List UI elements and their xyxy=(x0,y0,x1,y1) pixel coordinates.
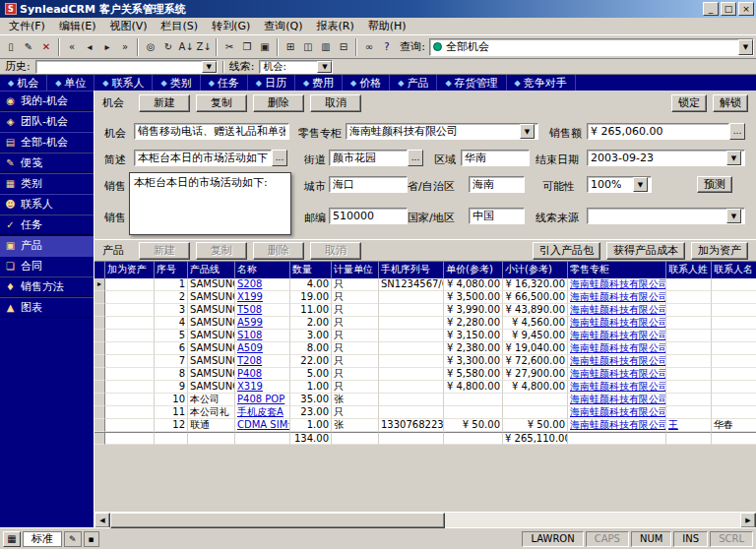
cell-link[interactable]: A599 xyxy=(237,317,263,328)
horizontal-scrollbar[interactable]: ◀ ▶ xyxy=(94,512,756,527)
column-header[interactable]: 零售专柜 xyxy=(568,262,666,278)
edit-record-icon[interactable]: ✎ xyxy=(20,37,37,57)
province-input[interactable]: 海南 xyxy=(469,176,525,193)
region-input[interactable]: 华南 xyxy=(461,150,530,166)
column-header[interactable]: 加为资产 xyxy=(105,262,155,278)
cell-link[interactable]: 海南蛙颜科技有限公司 xyxy=(570,342,666,353)
cell-link[interactable]: X319 xyxy=(237,381,263,392)
tab-tasks[interactable]: ◆任务 xyxy=(201,75,248,91)
delete-record-icon[interactable]: ✕ xyxy=(37,37,55,57)
cell-link[interactable]: 手机皮套A xyxy=(237,406,284,417)
lock-button[interactable]: 锁定 xyxy=(671,94,707,112)
forecast-button[interactable]: 预测 xyxy=(697,176,732,193)
cell-link[interactable]: S108 xyxy=(237,330,262,340)
product-cancel-button[interactable]: 取消 xyxy=(310,242,361,260)
window-split-icon[interactable]: ⊟ xyxy=(335,37,352,57)
new-record-icon[interactable]: ▯ xyxy=(2,37,20,57)
cell-link[interactable]: 海南蛙颜科技有限公司 xyxy=(570,317,666,328)
cell-link[interactable]: 海南蛙颜科技有限公司 xyxy=(570,419,666,430)
sidebar-item-team-opportunities[interactable]: ◈团队-机会 xyxy=(0,111,94,132)
street-input[interactable]: 颜市花园 xyxy=(329,150,408,166)
last-record-icon[interactable]: » xyxy=(116,37,134,57)
counter-combo[interactable]: 海南蛙颜科技有限公司 ▼ xyxy=(346,123,538,140)
cell-link[interactable]: 海南蛙颜科技有限公司 xyxy=(570,330,666,340)
sidebar-item-sales-methods[interactable]: ♦销售方法 xyxy=(0,276,94,297)
table-row[interactable]: 3SAMSUNGT50811.00只¥ 3,990.00¥ 43,890.00海… xyxy=(94,304,756,317)
cell-link[interactable]: 海南蛙颜科技有限公司 xyxy=(570,291,666,302)
zip-input[interactable]: 510000 xyxy=(329,208,408,224)
cell-link[interactable]: T508 xyxy=(237,304,262,315)
table-row[interactable]: 9SAMSUNGX3191.00只¥ 4,800.00¥ 4,800.00海南蛙… xyxy=(94,381,756,394)
form-view-icon[interactable]: ◫ xyxy=(299,37,317,57)
column-header[interactable]: 单价(参考) xyxy=(444,262,503,278)
cell-link[interactable]: S208 xyxy=(237,278,262,289)
lead-source-dropdown-button[interactable]: ▼ xyxy=(726,209,741,223)
column-header[interactable]: 产品线 xyxy=(188,262,235,278)
amount-input[interactable]: ¥ 265,060.00 xyxy=(587,123,729,140)
cell-link[interactable]: 王 xyxy=(668,419,678,430)
tab-company[interactable]: ◆单位 xyxy=(47,75,94,91)
cell-link[interactable]: X199 xyxy=(237,291,263,302)
table-row[interactable]: 10本公司P408 POP35.00张海南蛙颜科技有限公司 xyxy=(94,394,756,406)
cell-link[interactable]: 海南蛙颜科技有限公司 xyxy=(570,368,666,379)
sort-descending-icon[interactable]: Z↓ xyxy=(195,37,213,57)
view-grid-icon[interactable]: ▦ xyxy=(3,531,21,547)
country-input[interactable]: 中国 xyxy=(469,208,525,224)
cell-link[interactable]: A509 xyxy=(237,342,263,353)
column-header[interactable]: 计量单位 xyxy=(332,262,379,278)
menu-item[interactable]: 转到(G) xyxy=(205,18,257,34)
cell-link[interactable]: 海南蛙颜科技有限公司 xyxy=(570,406,666,417)
menu-item[interactable]: 栏目(S) xyxy=(155,18,206,34)
tab-contacts[interactable]: ◆联系人 xyxy=(94,75,153,91)
column-header[interactable]: 数量 xyxy=(290,262,332,278)
get-product-cost-button[interactable]: 获得产品成本 xyxy=(606,242,685,260)
scrollbar-thumb[interactable] xyxy=(110,513,445,528)
sidebar-item-categories[interactable]: ▦类别 xyxy=(0,173,94,194)
menu-item[interactable]: 编辑(E) xyxy=(52,18,103,34)
add-as-asset-button[interactable]: 加为资产 xyxy=(691,242,748,260)
scroll-left-button[interactable]: ◀ xyxy=(94,513,110,528)
query-combo[interactable]: 全部机会 ▼ xyxy=(429,38,754,56)
summary-ellipsis-button[interactable]: ... xyxy=(272,150,287,166)
tab-products[interactable]: ◆产品 xyxy=(390,75,437,91)
tab-competitors[interactable]: ◆竞争对手 xyxy=(507,75,576,91)
table-row[interactable]: 5SAMSUNGS1083.00只¥ 3,150.00¥ 9,450.00海南蛙… xyxy=(94,330,756,342)
minimize-button[interactable]: _ xyxy=(703,2,719,16)
sidebar-item-contracts[interactable]: ❏合同 xyxy=(0,256,94,276)
unlock-button[interactable]: 解锁 xyxy=(713,94,748,112)
tab-price[interactable]: ◆价格 xyxy=(343,75,390,91)
menu-item[interactable]: 文件(F) xyxy=(2,18,52,34)
grid-view-icon[interactable]: ⊞ xyxy=(282,37,299,57)
column-header[interactable]: 小计(参考) xyxy=(503,262,568,278)
table-row[interactable]: 6SAMSUNGA5098.00只¥ 2,380.00¥ 19,040.00海南… xyxy=(94,342,756,355)
import-product-pack-button[interactable]: 引入产品包 xyxy=(533,242,600,260)
first-record-icon[interactable]: « xyxy=(63,37,81,57)
end-date-dropdown-button[interactable]: ▼ xyxy=(726,151,741,165)
tab-calendar[interactable]: ◆日历 xyxy=(248,75,295,91)
counter-dropdown-button[interactable]: ▼ xyxy=(520,124,535,139)
table-row[interactable]: 12联通CDMA SIM卡1.00张13307682236¥ 50.00¥ 50… xyxy=(94,419,756,432)
maximize-button[interactable]: □ xyxy=(721,2,736,16)
paste-icon[interactable]: ▣ xyxy=(256,37,274,57)
probability-dropdown-button[interactable]: ▼ xyxy=(633,177,648,192)
cell-link[interactable]: P408 xyxy=(237,368,262,379)
cut-icon[interactable]: ✂ xyxy=(220,37,238,57)
opportunity-new-button[interactable]: 新建 xyxy=(139,94,190,112)
sidebar-item-contacts[interactable]: ☻联系人 xyxy=(0,194,94,214)
lead-dropdown-button[interactable]: ▼ xyxy=(317,61,332,73)
tab-opportunity[interactable]: ◆机会 xyxy=(0,75,47,91)
sort-ascending-icon[interactable]: A↓ xyxy=(177,37,195,57)
cell-link[interactable]: 海南蛙颜科技有限公司 xyxy=(570,304,666,315)
lead-combo[interactable]: 机会: ▼ xyxy=(259,60,333,74)
tab-inventory[interactable]: ◆存货管理 xyxy=(437,75,506,91)
view-tab-pencil-icon[interactable]: ✎ xyxy=(64,531,82,547)
menu-item[interactable]: 帮助(H) xyxy=(361,18,413,34)
table-row[interactable]: 11本公司礼手机皮套A23.00只海南蛙颜科技有限公司 xyxy=(94,406,756,419)
column-header[interactable]: 联系人名 xyxy=(712,262,756,278)
sidebar-item-all-opportunities[interactable]: ▤全部-机会 xyxy=(0,132,94,152)
tab-expense[interactable]: ◆费用 xyxy=(295,75,343,91)
amount-ellipsis-button[interactable]: ... xyxy=(729,123,745,140)
city-input[interactable]: 海口 xyxy=(329,176,408,193)
column-header[interactable]: 名称 xyxy=(235,262,290,278)
opportunity-cancel-button[interactable]: 取消 xyxy=(310,94,361,112)
